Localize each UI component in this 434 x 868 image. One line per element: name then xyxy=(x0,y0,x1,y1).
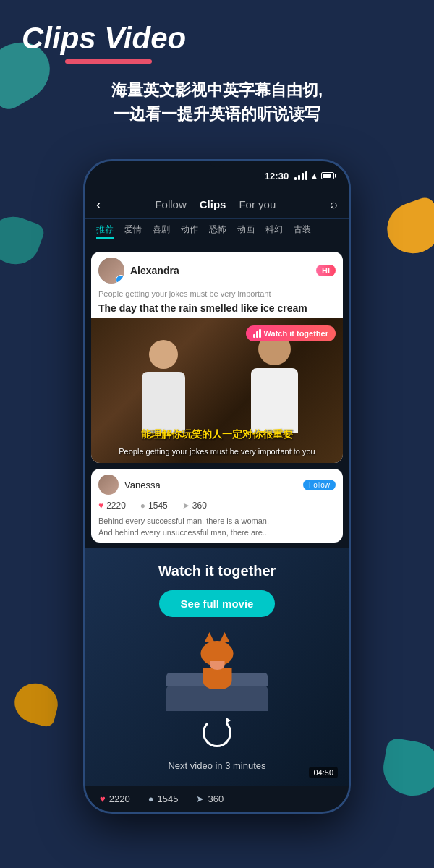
cat-kehuan[interactable]: 科幻 xyxy=(265,224,283,239)
bottom-comments: ● 1545 xyxy=(148,793,179,804)
bottom-heart-icon: ♥ xyxy=(100,793,106,804)
bg-decoration-teal-mid xyxy=(0,210,46,271)
next-video-container: Next video in 3 minutes xyxy=(96,718,338,771)
person-right xyxy=(242,333,307,434)
status-icons: ▲ xyxy=(294,171,334,180)
see-full-movie-button[interactable]: See full movie xyxy=(159,590,276,617)
nav-clips[interactable]: Clips xyxy=(200,198,226,210)
avatar-badge: ♂ xyxy=(116,275,124,284)
back-button[interactable]: ‹ xyxy=(96,196,101,213)
bottom-comment-icon: ● xyxy=(148,793,154,804)
card2-text: Behind every successful man, there is a … xyxy=(98,516,336,525)
fox-figure xyxy=(201,641,234,689)
card2-header: Vanessa Follow xyxy=(98,475,336,495)
bottom-likes: ♥ 2220 xyxy=(100,793,130,804)
bg-decoration-teal-bottom xyxy=(379,737,434,801)
cat-dongzuo[interactable]: 动作 xyxy=(181,224,198,239)
avatar: ♂ xyxy=(98,258,124,284)
card-comment-preview: People getting your jokes must be very i… xyxy=(91,289,343,301)
card-header: ♂ Alexandra HI xyxy=(91,252,343,289)
bg-decoration-yellow-bottom xyxy=(10,678,62,728)
refresh-icon[interactable] xyxy=(203,718,231,747)
nav-bar: ‹ Follow Clips For you ⌕ xyxy=(85,190,349,219)
category-bar: 推荐 爱情 喜剧 动作 恐怖 动画 科幻 古装 xyxy=(85,219,349,246)
video-card-2: Vanessa Follow ♥ 2220 ● 1545 ➤ 360 Behin… xyxy=(91,469,343,542)
watch-together-label: Watch it together xyxy=(264,329,328,338)
card2-avatar xyxy=(98,475,119,495)
title-underline xyxy=(65,59,152,64)
cat-donghua[interactable]: 动画 xyxy=(237,224,255,239)
hi-badge[interactable]: HI xyxy=(316,265,336,276)
card2-stats: ♥ 2220 ● 1545 ➤ 360 xyxy=(98,498,336,514)
nav-items: Follow Clips For you xyxy=(109,198,323,210)
bar-chart-icon xyxy=(253,329,261,338)
phone-mockup: 12:30 ▲ ‹ Follow Clips xyxy=(83,159,351,814)
cat-kongbu[interactable]: 恐怖 xyxy=(209,224,226,239)
video-area[interactable]: Watch it together 能理解你玩笑的人一定对你很重要 People… xyxy=(91,318,343,463)
sofa xyxy=(166,686,268,711)
card2-follow-button[interactable]: Follow xyxy=(303,480,336,490)
battery-icon xyxy=(321,172,334,179)
video-subtitle-chinese: 能理解你玩笑的人一定对你很重要 xyxy=(91,428,343,441)
card-title: The day that the rain smelled like ice c… xyxy=(91,301,343,318)
bottom-bar: ♥ 2220 ● 1545 ➤ 360 xyxy=(85,786,349,812)
status-time: 12:30 xyxy=(265,171,289,182)
share-icon: ➤ xyxy=(182,501,190,511)
cat-tuijian[interactable]: 推荐 xyxy=(96,224,114,239)
cat-xiju[interactable]: 喜剧 xyxy=(153,224,170,239)
nav-foryou[interactable]: For you xyxy=(239,198,276,210)
watch-section: Watch it together See full movie xyxy=(85,548,349,786)
app-tagline: 海量英文影视中英字幕自由切, 一边看一提升英语的听说读写 xyxy=(29,78,405,126)
card2-likes: ♥ 2220 xyxy=(98,501,126,511)
wifi-icon: ▲ xyxy=(310,171,318,180)
cat-aiqing[interactable]: 爱情 xyxy=(124,224,142,239)
watch-section-title: Watch it together xyxy=(96,563,338,579)
search-icon[interactable]: ⌕ xyxy=(330,197,338,212)
bottom-share-icon: ➤ xyxy=(196,793,204,804)
comment-icon: ● xyxy=(140,501,145,511)
status-bar: 12:30 ▲ xyxy=(85,161,349,190)
card2-comments: ● 1545 xyxy=(140,501,168,511)
bottom-shares: ➤ 360 xyxy=(196,793,224,804)
bg-decoration-yellow xyxy=(380,195,434,260)
person-left xyxy=(135,340,192,434)
notch xyxy=(210,161,224,167)
card-user-name: Alexandra xyxy=(130,265,310,276)
cat-guzhuang[interactable]: 古装 xyxy=(294,224,311,239)
watch-scene xyxy=(96,639,338,711)
app-title: Clips Video xyxy=(22,22,412,55)
phone-screen: 12:30 ▲ ‹ Follow Clips xyxy=(83,159,351,814)
video-subtitle-english: People getting your jokes must be very i… xyxy=(91,447,343,456)
video-card-1: ♂ Alexandra HI People getting your jokes… xyxy=(91,252,343,463)
next-video-text: Next video in 3 minutes xyxy=(168,760,265,771)
header: Clips Video 海量英文影视中英字幕自由切, 一边看一提升英语的听说读写 xyxy=(0,0,434,126)
signal-icon xyxy=(294,171,307,180)
card2-text-2: And behind every unsuccessful man, there… xyxy=(98,528,336,537)
nav-follow[interactable]: Follow xyxy=(155,198,186,210)
timer-badge: 04:50 xyxy=(309,767,338,778)
card2-username: Vanessa xyxy=(124,480,297,490)
watch-together-button[interactable]: Watch it together xyxy=(246,326,336,341)
card2-shares: ➤ 360 xyxy=(182,501,207,511)
heart-icon: ♥ xyxy=(98,501,103,511)
